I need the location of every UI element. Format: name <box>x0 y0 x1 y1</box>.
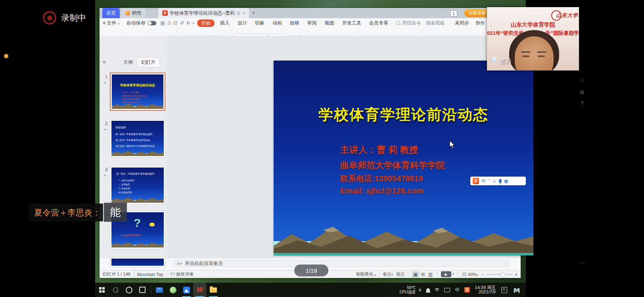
sidebar-ellipsis-icon[interactable]: ⋯ <box>578 260 586 266</box>
sogou-tray-icon[interactable]: S <box>464 287 470 293</box>
ime-emoji-icon[interactable]: ☺ <box>492 179 496 183</box>
webcam-overlay[interactable]: 山东大学 山东大学体育学院 021年“研究生科 升”国际暑期学 曹莉 <box>487 7 579 70</box>
thumb1-line: 联系电话:13905478619 <box>122 98 141 100</box>
normal-view-button[interactable]: ▣ <box>412 271 419 278</box>
slide-thumbnail-1[interactable]: 学校体育学理论前沿动态 主讲人：曹 莉 教授 曲阜师范大学体育科学学院 联系电话… <box>110 72 165 111</box>
file-menu[interactable]: ≡ 文件 ∨ <box>100 20 123 27</box>
chat-sender: 夏令营＋李思炎： <box>34 207 101 218</box>
tray-expand-icon[interactable]: ∧ <box>418 287 422 293</box>
save-icon[interactable]: ▤ <box>159 20 166 26</box>
sidebar-star-icon[interactable]: ☆ <box>578 78 586 84</box>
undo-icon[interactable]: ↺ <box>179 20 185 26</box>
tab-membership-label: 会员专享 <box>369 20 388 26</box>
start-button[interactable] <box>95 283 109 297</box>
im-tray-icon[interactable]: |M| <box>514 287 519 293</box>
sogou-ime-toolbar[interactable]: S 中 ” ☺ ▦ <box>470 177 526 185</box>
slide-thumbnail-2[interactable]: 讲授提纲 第一部分: 学校体育学基本概念梳理 第二部分: 学校体育理论研究热点 … <box>110 119 165 158</box>
ime-punct-icon[interactable]: ” <box>488 179 490 183</box>
chevron-down-icon[interactable]: ▾ <box>452 272 454 276</box>
slideshow-play-button[interactable]: ▶ <box>441 271 451 277</box>
sync-status[interactable]: 未同步 <box>452 20 472 27</box>
university-logo-text: 山东大学 <box>556 12 578 19</box>
comments-button[interactable]: 批注 <box>396 271 405 277</box>
ime-mic-icon[interactable] <box>499 179 502 183</box>
tab-docer[interactable]: 稻壳 <box>121 8 146 18</box>
autosave-label: 自动保存 <box>126 20 146 27</box>
tab-slideshow-label: 放映 <box>290 20 299 26</box>
grid-view-button[interactable]: ⊞ <box>420 271 427 278</box>
cortana-button[interactable] <box>122 283 136 297</box>
wps-app-button[interactable]: W <box>193 283 207 297</box>
tab-insert[interactable]: 插入 <box>216 20 234 27</box>
slide-number: 1 <box>105 74 107 79</box>
slide-title: 学校体育学理论前沿动态 <box>274 105 533 125</box>
collaborate-button[interactable]: 协作 <box>472 20 488 27</box>
preview-icon[interactable]: ⊡ <box>172 20 179 26</box>
zoom-out-button[interactable]: − <box>481 272 484 277</box>
collapse-ribbon-icon[interactable]: ▾ <box>192 21 196 25</box>
notes-button[interactable]: 备注▾ <box>383 271 393 277</box>
notification-bell-icon[interactable] <box>426 288 430 292</box>
file-menu-label: 文件 <box>107 20 116 26</box>
tab-document[interactable]: P 学校体育学理论前沿动态--曹莉 ⊡ × <box>158 8 249 18</box>
print-icon[interactable]: ⎙ <box>166 20 172 26</box>
tab-start[interactable]: 开始 <box>197 19 215 27</box>
window-tabbar: 首页 稻壳 P 学校体育学理论前沿动态--曹莉 ⊡ × + 1 访客登录 <box>100 8 521 18</box>
reading-view-button[interactable]: ▥ <box>427 271 434 278</box>
thumb2-line: 第二部分: 学校体育理论研究热点 <box>115 139 150 142</box>
tab-view[interactable]: 视图 <box>321 20 338 27</box>
command-search-input[interactable]: 查找命令、搜索模板 <box>392 20 449 27</box>
sidebar-duplicate-icon[interactable]: ⧉ <box>578 89 586 95</box>
ime-mode-indicator[interactable]: 中 <box>455 287 460 293</box>
window-count-box[interactable]: 1 <box>450 10 457 17</box>
zoom-in-button[interactable]: + <box>515 272 518 277</box>
thumb3-line: 一.体育与体育学 <box>119 179 134 182</box>
tab-membership[interactable]: 会员专享 <box>365 20 392 27</box>
meeting-app-button[interactable] <box>180 283 193 297</box>
clock[interactable]: 14:39 周五 2021/7/9 <box>475 286 496 294</box>
tab-outline-label: 大纲 <box>123 59 133 65</box>
slide-canvas[interactable]: 学校体育学理论前沿动态 主讲人：曹 莉 教授 曲阜师范大学体育科学学院 联系电话… <box>274 61 533 255</box>
autosave-toggle[interactable]: 自动保存 <box>123 20 159 27</box>
sidebar-help-icon[interactable]: ? <box>578 100 586 106</box>
sogou-logo-icon[interactable]: S <box>473 178 479 184</box>
ime-keyboard-icon[interactable]: ▦ <box>504 179 508 184</box>
new-tab-button[interactable]: + <box>249 8 258 18</box>
thumb3-line: 四.学校体育学 <box>119 191 132 194</box>
mail-app-button[interactable] <box>153 283 166 297</box>
zoom-level[interactable]: 90%▾ <box>468 272 478 277</box>
slide-panel: « 大纲 幻灯片 1 * 学校体育学理论前沿动态 主讲人：曹 莉 教授 曲阜师范… <box>100 36 167 258</box>
tab-slides[interactable]: 幻灯片 <box>137 57 160 67</box>
fit-window-button[interactable]: ⊡ <box>461 271 468 278</box>
tab-outline[interactable]: 大纲 <box>119 58 137 67</box>
touch-keyboard-icon[interactable] <box>444 288 450 292</box>
slide-thumbnail-3[interactable]: 第一部分：学校体育学基本概念梳理 一.体育与体育学 二.体育教育 三.学校体育 … <box>110 166 165 204</box>
close-tab-icon[interactable]: × <box>242 11 245 15</box>
file-explorer-button[interactable] <box>207 283 220 297</box>
redo-icon[interactable]: ↻ <box>185 20 192 26</box>
wifi-icon[interactable] <box>435 288 439 292</box>
tab-slideshow[interactable]: 放映 <box>286 20 303 27</box>
tab-transition[interactable]: 切换 <box>251 20 268 27</box>
wps-presentation-window: 首页 稻壳 P 学校体育学理论前沿动态--曹莉 ⊡ × + 1 访客登录 <box>100 8 521 278</box>
missing-font-label[interactable]: 缺失字体 <box>176 271 194 277</box>
zoom-slider-knob[interactable] <box>501 272 506 277</box>
wps-p-icon: P <box>162 10 168 16</box>
notes-bar[interactable]: ≡+ 单击此处添加备注 <box>173 260 510 267</box>
tab-animation[interactable]: 动画 <box>268 20 286 27</box>
tab-design[interactable]: 设计 <box>234 20 251 27</box>
tab-home[interactable]: 首页 <box>102 8 120 18</box>
taskbar-search-button[interactable] <box>109 283 122 297</box>
browser-app-button[interactable] <box>166 283 180 297</box>
tab-review[interactable]: 审阅 <box>303 20 321 27</box>
task-view-button[interactable] <box>136 283 149 297</box>
notification-center-icon[interactable] <box>501 287 507 293</box>
slide-thumbnail-5[interactable] <box>110 257 165 267</box>
ime-cn-icon[interactable]: 中 <box>481 178 486 184</box>
page-indicator-label: 1/18 <box>305 267 317 274</box>
zoom-slider[interactable] <box>487 274 513 275</box>
tab-devtools[interactable]: 开发工具 <box>338 20 365 27</box>
theme-name[interactable]: Mountain Top <box>137 272 163 277</box>
beautify-button[interactable]: 智能美化 ▴ <box>356 271 376 277</box>
present-mode-icon[interactable]: ⊡ <box>237 11 240 16</box>
